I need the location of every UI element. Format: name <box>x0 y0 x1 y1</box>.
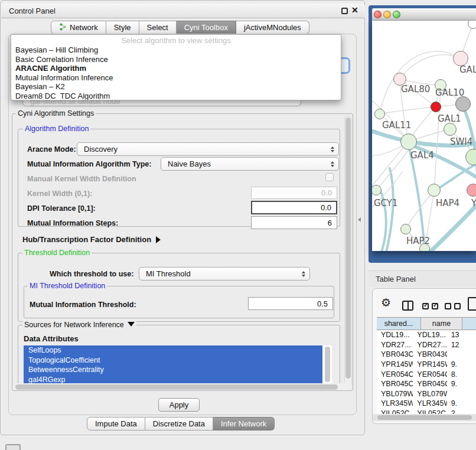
gear-icon[interactable]: ⚙ <box>381 296 391 309</box>
screen: Control Panel ✕ NetworkStyleSelectCyni T… <box>0 0 476 450</box>
table-row[interactable]: YPR145WYPR145W9. <box>377 360 476 370</box>
hub-section-label: Hub/Transcription Factor Definition <box>22 235 151 244</box>
mi-steps-field[interactable]: 6 <box>251 216 337 229</box>
data-attributes-list[interactable]: SelfLoopsTopologicalCoefficientBetweenne… <box>24 345 332 385</box>
table-cell: 13 <box>447 331 476 339</box>
table-row[interactable]: YLR345WYLR345W9. <box>377 399 476 409</box>
panel-divider-handle[interactable] <box>358 217 361 222</box>
table-horizontal-scrollbar[interactable] <box>373 414 476 421</box>
algorithm-option-bayesian-hill-climbing[interactable]: Bayesian – Hill Climbing <box>11 45 341 55</box>
apply-button-label: Apply <box>169 400 189 409</box>
table-row[interactable]: YDR27...YDR27...12 <box>377 340 476 350</box>
attribute-item-topologicalcoefficient[interactable]: TopologicalCoefficient <box>24 356 322 366</box>
select-all-checkbox-icon-2[interactable] <box>432 303 438 309</box>
tab-discretize-data[interactable]: Discretize Data <box>145 417 213 431</box>
control-panel-title: Control Panel <box>9 6 56 15</box>
dpi-tolerance-label: DPI Tolerance [0,1]: <box>27 204 96 213</box>
kernel-width-field[interactable]: 0.0 <box>251 187 337 199</box>
network-icon <box>59 23 67 32</box>
table-cell: YDR27... <box>413 341 446 349</box>
algorithm-option-dream8-dc-tdc-algorithm[interactable]: Dream8 DC_TDC Algorithm <box>11 92 341 100</box>
close-icon[interactable]: ✕ <box>351 5 358 15</box>
table-row[interactable]: YIL052CYIL052C2 <box>377 409 476 414</box>
sources-title[interactable]: Sources for Network Inference <box>22 321 136 329</box>
table-row[interactable]: YBR045CYBR045C9. <box>377 379 476 389</box>
expanded-arrow-icon <box>128 322 135 327</box>
aracne-mode-combo[interactable]: Discovery <box>77 142 339 156</box>
network-node[interactable] <box>455 96 471 112</box>
network-node[interactable] <box>444 123 457 136</box>
tab-infer-network[interactable]: Infer Network <box>213 417 275 431</box>
table-cell: YDR27... <box>377 341 413 349</box>
attribute-item-selfloops[interactable]: SelfLoops <box>24 345 322 356</box>
tab-impute-data[interactable]: Impute Data <box>87 417 145 431</box>
tab-jactivemnodules[interactable]: jActiveMNodules <box>236 21 309 34</box>
column-header-name[interactable]: name <box>421 318 462 330</box>
combo-arrows-icon <box>331 146 334 152</box>
zoom-window-button[interactable] <box>393 11 400 18</box>
deselect-checkbox-icon[interactable] <box>445 303 451 309</box>
document-icon[interactable] <box>468 297 476 311</box>
network-node[interactable] <box>400 224 411 234</box>
which-threshold-value: MI Threshold <box>146 269 191 278</box>
algorithm-option-bayesian-k2[interactable]: Bayesian – K2 <box>11 82 341 92</box>
tab-network[interactable]: Network <box>51 21 106 34</box>
algorithm-option-basic-correlation-inference[interactable]: Basic Correlation Inference <box>11 55 341 64</box>
table-cell: 8. <box>447 370 476 379</box>
table-cell: YBR043C <box>377 350 413 358</box>
table-scrollbar-thumb[interactable] <box>377 415 472 420</box>
collapsed-panel-icon[interactable] <box>5 444 21 450</box>
columns-icon[interactable] <box>402 301 413 311</box>
network-canvas[interactable]: GAL7GAL80GAL10GAL11GAL1SWI4GAL4GCY1HAP4Y… <box>372 21 476 251</box>
dpi-tolerance-field[interactable]: 0.0 <box>251 201 337 214</box>
table-row[interactable]: YBR043CYBR043C <box>377 350 476 360</box>
horizontal-scrollbar-thumb[interactable] <box>15 384 338 390</box>
kernel-width-value: 0.0 <box>321 188 332 197</box>
apply-button[interactable]: Apply <box>158 398 200 412</box>
minimize-window-button[interactable] <box>383 11 391 18</box>
deselect-checkbox-icon-2[interactable] <box>454 303 461 309</box>
table-cell: 9. <box>447 399 476 407</box>
settings-vertical-scrollbar[interactable] <box>344 116 352 386</box>
table-panel-titlebar: Table Panel <box>369 270 476 287</box>
table-row[interactable]: YBL079WYBL079W <box>377 389 476 399</box>
close-window-button[interactable] <box>374 11 382 18</box>
table-cell: YPR145W <box>377 360 413 369</box>
node-label-hap4: HAP4 <box>436 198 459 208</box>
tab-style[interactable]: Style <box>106 21 139 34</box>
column-header-col2[interactable] <box>462 318 476 330</box>
algorithm-option-aracne-algorithm[interactable]: ARACNE Algorithm <box>11 64 341 73</box>
mi-threshold-field[interactable]: 0.5 <box>248 297 333 310</box>
network-node[interactable] <box>431 102 441 112</box>
tab-select[interactable]: Select <box>139 21 177 34</box>
attribute-item-betweennesscentrality[interactable]: BetweennessCentrality <box>24 365 322 375</box>
network-node[interactable] <box>400 133 417 150</box>
table-cell: YBL079W <box>377 390 413 398</box>
tab-label: Cyni Toolbox <box>184 23 228 32</box>
sources-title-label: Sources for Network Inference <box>24 321 124 329</box>
vertical-scrollbar-thumb[interactable] <box>345 118 351 379</box>
table-row[interactable]: YDL19...YDL19...13 <box>377 330 476 340</box>
table-row[interactable]: YER054CYER054C8. <box>377 369 476 379</box>
list-scrollbar-thumb[interactable] <box>325 347 330 382</box>
table-cell: 12 <box>447 341 476 349</box>
network-node[interactable] <box>467 184 476 197</box>
data-attributes-label: Data Attributes <box>24 334 79 343</box>
network-node[interactable] <box>428 184 441 197</box>
tab-cyni-toolbox[interactable]: Cyni Toolbox <box>177 21 236 34</box>
table-cell: YIL052C <box>377 409 413 414</box>
settings-horizontal-scrollbar[interactable] <box>13 383 352 390</box>
algorithm-option-mutual-information-inference[interactable]: Mutual Information Inference <box>11 73 341 83</box>
table-cell: YPR145W <box>413 360 446 369</box>
mi-algorithm-type-combo[interactable]: Naive Bayes <box>161 157 339 171</box>
manual-kernel-width-checkbox[interactable] <box>325 173 334 181</box>
mi-algorithm-type-label: Mutual Information Algorithm Type: <box>27 160 151 168</box>
table-panel-title: Table Panel <box>376 275 416 283</box>
network-node[interactable] <box>374 109 385 119</box>
hub-section-toggle[interactable]: Hub/Transcription Factor Definition <box>22 235 161 244</box>
float-window-icon[interactable] <box>341 8 348 14</box>
which-threshold-combo[interactable]: MI Threshold <box>139 267 310 281</box>
column-header-shared[interactable]: shared... <box>377 318 421 330</box>
tab-label: Infer Network <box>221 419 266 428</box>
select-all-checkbox-icon[interactable] <box>422 303 429 309</box>
